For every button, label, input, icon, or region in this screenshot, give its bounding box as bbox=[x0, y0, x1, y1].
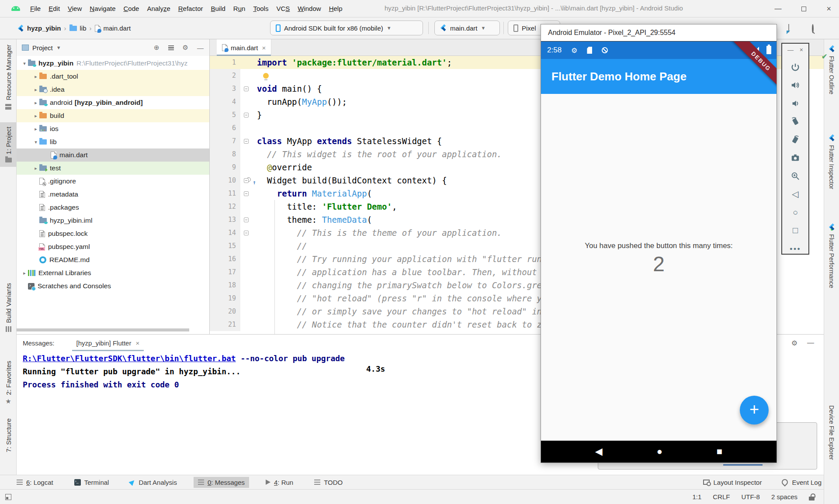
menu-run[interactable]: Run bbox=[229, 3, 250, 14]
sidebar-item-device-file-explorer[interactable]: Device File Explorer bbox=[824, 405, 839, 460]
bottom-tab-6-logcat[interactable]: 6: Logcat bbox=[12, 477, 58, 488]
emulator-minimize-icon[interactable]: — bbox=[787, 46, 794, 53]
sidebar-item-structure[interactable]: 7: Structure bbox=[0, 418, 17, 452]
menu-refactor[interactable]: Refactor bbox=[174, 3, 207, 14]
menu-build[interactable]: Build bbox=[207, 3, 229, 14]
tree-row-external-libraries[interactable]: ▸External Libraries bbox=[17, 266, 210, 280]
tree-row-build[interactable]: ▸build bbox=[17, 109, 210, 122]
nav-home-button[interactable]: ● bbox=[657, 446, 662, 457]
menu-window[interactable]: Window bbox=[294, 3, 325, 14]
tree-row-hyzp-yibin-iml[interactable]: hyzp_yibin.iml bbox=[17, 214, 210, 227]
emulator-more-icon[interactable]: ●●● bbox=[790, 243, 801, 254]
fold-marker-icon[interactable] bbox=[240, 135, 252, 148]
tree-row--idea[interactable]: ▸.idea bbox=[17, 83, 210, 96]
menu-navigate[interactable]: Navigate bbox=[86, 3, 119, 14]
emulator-title-bar[interactable]: Android Emulator - Pixel_2_API_29:5554 bbox=[541, 24, 777, 41]
chevron-down-icon[interactable]: ▼ bbox=[56, 45, 61, 50]
sidebar-item-project[interactable]: 1: Project bbox=[0, 122, 17, 167]
tree-collapsed-icon[interactable]: ▸ bbox=[32, 166, 39, 171]
tree-collapsed-icon[interactable]: ▸ bbox=[32, 126, 39, 132]
tree-expanded-icon[interactable]: ▾ bbox=[32, 139, 39, 145]
layout-inspector-button[interactable]: Layout Inspector bbox=[703, 479, 762, 486]
emulator-screenshot-icon[interactable] bbox=[790, 152, 801, 163]
emulator-back-icon[interactable]: ◁ bbox=[790, 189, 801, 199]
sidebar-item-resource-manager[interactable]: Resource Manager bbox=[0, 45, 17, 110]
tree-row-lib[interactable]: ▾lib bbox=[17, 135, 210, 148]
indent-size[interactable]: 2 spaces bbox=[771, 493, 797, 501]
breadcrumb-lib[interactable]: lib bbox=[80, 24, 87, 32]
tree-row--packages[interactable]: .packages bbox=[17, 201, 210, 214]
tree-row-pubspec-yaml[interactable]: pubspec.yaml bbox=[17, 240, 210, 253]
file-encoding[interactable]: UTF-8 bbox=[741, 493, 760, 501]
fold-marker-icon[interactable] bbox=[240, 213, 252, 226]
menu-code[interactable]: Code bbox=[120, 3, 143, 14]
emulator-overview-icon[interactable]: □ bbox=[790, 225, 801, 235]
project-view-label[interactable]: Project bbox=[32, 44, 53, 52]
emulator-screen[interactable]: 2:58 ⚙ Flutter Demo Home Page DEBUG You … bbox=[541, 41, 777, 463]
emulator-volume-down-icon[interactable] bbox=[790, 98, 801, 109]
flutter-bat-link[interactable]: R:\Flutter\FlutterSDK\flutter\bin\flutte… bbox=[23, 354, 236, 363]
close-tab-icon[interactable]: × bbox=[262, 44, 266, 52]
hide-panel-icon[interactable]: — bbox=[197, 44, 204, 52]
messages-tab-flutter[interactable]: [hyzp_yibin] Flutter × bbox=[72, 335, 144, 351]
tree-collapsed-icon[interactable]: ▸ bbox=[32, 113, 39, 119]
menu-tools[interactable]: Tools bbox=[249, 3, 272, 14]
tree-row-ios[interactable]: ▸ios bbox=[17, 122, 210, 135]
search-everywhere-icon[interactable] bbox=[812, 25, 814, 33]
close-tab-icon[interactable]: × bbox=[135, 339, 139, 347]
emulator-close-icon[interactable]: × bbox=[800, 46, 803, 53]
line-endings[interactable]: CRLF bbox=[713, 493, 730, 501]
event-log-button[interactable]: Event Log bbox=[782, 479, 822, 486]
tree-row-main-dart[interactable]: main.dart bbox=[17, 148, 210, 162]
hide-panel-icon[interactable]: — bbox=[807, 339, 814, 347]
tree-row-test[interactable]: ▸test bbox=[17, 162, 210, 175]
menu-analyze[interactable]: Analyze bbox=[143, 3, 174, 14]
nav-overview-button[interactable]: ■ bbox=[717, 446, 722, 457]
tree-row-readme-md[interactable]: README.md bbox=[17, 253, 210, 266]
tree-row-android[interactable]: ▸android[hyzp_yibin_android] bbox=[17, 96, 210, 109]
tree-row--dart-tool[interactable]: ▸.dart_tool bbox=[17, 70, 210, 83]
tree-row--gitignore[interactable]: .gitignore bbox=[17, 175, 210, 188]
maximize-icon[interactable] bbox=[801, 7, 806, 11]
emulator-zoom-icon[interactable] bbox=[790, 171, 801, 181]
minimize-icon[interactable]: — bbox=[774, 5, 781, 13]
update-project-icon[interactable] bbox=[788, 24, 789, 32]
fold-marker-icon[interactable] bbox=[240, 82, 252, 95]
fold-marker-icon[interactable] bbox=[240, 108, 252, 121]
increment-fab-button[interactable]: + bbox=[740, 396, 769, 425]
sidebar-item-build-variants[interactable]: Build Variants bbox=[0, 283, 17, 332]
menu-vcs[interactable]: VCS bbox=[272, 3, 294, 14]
tree-expanded-icon[interactable]: ▾ bbox=[21, 61, 28, 66]
overrides-arrow-icon[interactable]: ↑ bbox=[253, 176, 256, 189]
tree-row-hyzp-yibin[interactable]: ▾hyzp_yibinR:\FlutterProject\FlutterProj… bbox=[17, 57, 210, 70]
menu-file[interactable]: File bbox=[26, 3, 45, 14]
sidebar-item-flutter-performance[interactable]: Flutter Performance bbox=[824, 224, 839, 288]
menu-help[interactable]: Help bbox=[325, 3, 347, 14]
emulator-rotate-left-icon[interactable] bbox=[790, 116, 801, 127]
horizontal-scrollbar[interactable] bbox=[17, 328, 189, 331]
run-config-dropdown[interactable]: main.dart ▼ bbox=[434, 21, 500, 35]
breadcrumb-project[interactable]: hyzp_yibin bbox=[27, 24, 61, 32]
bottom-tab-terminal[interactable]: Terminal bbox=[70, 477, 114, 488]
close-icon[interactable]: × bbox=[826, 5, 831, 13]
caret-position[interactable]: 1:1 bbox=[692, 493, 701, 501]
breadcrumb-file[interactable]: main.dart bbox=[104, 24, 131, 32]
tree-collapsed-icon[interactable]: ▸ bbox=[32, 87, 39, 93]
sidebar-item-favorites[interactable]: 2: Favorites ★ bbox=[0, 361, 17, 404]
tree-row--metadata[interactable]: .metadata bbox=[17, 188, 210, 201]
nav-back-button[interactable]: ◀ bbox=[595, 446, 603, 457]
tree-row-scratches-and-consoles[interactable]: Scratches and Consoles bbox=[17, 280, 210, 293]
emulator-home-icon[interactable]: ○ bbox=[790, 207, 801, 217]
bottom-tab-0-messages[interactable]: 0: Messages bbox=[194, 477, 249, 488]
tool-window-switcher-icon[interactable] bbox=[5, 494, 11, 500]
locate-file-icon[interactable]: ⊕ bbox=[154, 44, 159, 52]
fold-marker-icon[interactable] bbox=[240, 226, 252, 239]
tree-row-pubspec-lock[interactable]: pubspec.lock bbox=[17, 227, 210, 240]
emulator-rotate-right-icon[interactable] bbox=[790, 135, 801, 145]
menu-edit[interactable]: Edit bbox=[45, 3, 64, 14]
tree-collapsed-icon[interactable]: ▸ bbox=[32, 100, 39, 106]
emulator-volume-up-icon[interactable] bbox=[790, 80, 801, 90]
gear-icon[interactable]: ⚙ bbox=[791, 339, 797, 347]
sidebar-item-flutter-inspector[interactable]: Flutter Inspector bbox=[824, 135, 839, 189]
inspections-ok-icon[interactable]: ✔ bbox=[822, 52, 827, 61]
